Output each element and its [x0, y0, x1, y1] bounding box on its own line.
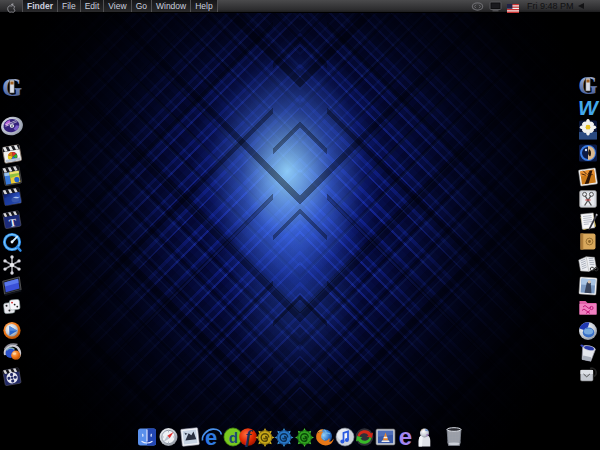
svg-text:e: e	[399, 423, 412, 450]
svg-text:W: W	[578, 96, 600, 119]
svg-text:d: d	[229, 429, 238, 446]
svg-text:e: e	[205, 425, 217, 450]
